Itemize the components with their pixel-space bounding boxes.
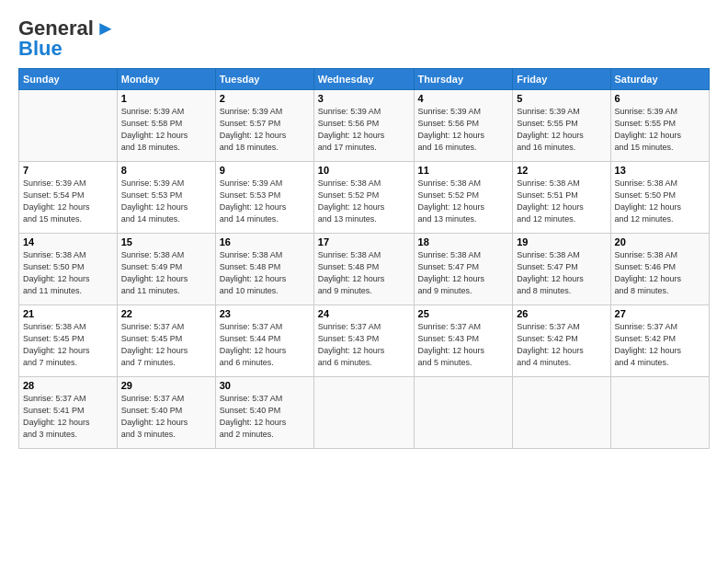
calendar-cell: 15Sunrise: 5:38 AM Sunset: 5:49 PM Dayli… — [117, 234, 215, 305]
day-info: Sunrise: 5:37 AM Sunset: 5:43 PM Dayligh… — [318, 321, 410, 369]
calendar-cell: 16Sunrise: 5:38 AM Sunset: 5:48 PM Dayli… — [215, 234, 313, 305]
day-info: Sunrise: 5:37 AM Sunset: 5:42 PM Dayligh… — [615, 321, 705, 369]
calendar-table: SundayMondayTuesdayWednesdayThursdayFrid… — [18, 68, 710, 449]
calendar-cell: 3Sunrise: 5:39 AM Sunset: 5:56 PM Daylig… — [313, 90, 414, 162]
day-number: 13 — [615, 165, 705, 176]
day-number: 3 — [318, 93, 410, 104]
col-header-thursday: Thursday — [414, 69, 513, 90]
day-info: Sunrise: 5:39 AM Sunset: 5:57 PM Dayligh… — [220, 106, 310, 154]
calendar-cell: 8Sunrise: 5:39 AM Sunset: 5:53 PM Daylig… — [117, 162, 215, 234]
day-info: Sunrise: 5:39 AM Sunset: 5:54 PM Dayligh… — [23, 178, 113, 225]
col-header-tuesday: Tuesday — [215, 69, 313, 90]
week-row-1: 1Sunrise: 5:39 AM Sunset: 5:58 PM Daylig… — [19, 90, 710, 162]
col-header-sunday: Sunday — [19, 69, 118, 90]
day-number: 11 — [418, 165, 509, 176]
calendar-cell — [513, 377, 610, 449]
day-info: Sunrise: 5:39 AM Sunset: 5:56 PM Dayligh… — [318, 106, 410, 154]
logo-bird-icon: ► — [96, 17, 116, 40]
day-info: Sunrise: 5:37 AM Sunset: 5:40 PM Dayligh… — [220, 393, 310, 441]
week-row-3: 14Sunrise: 5:38 AM Sunset: 5:50 PM Dayli… — [19, 234, 710, 305]
day-info: Sunrise: 5:37 AM Sunset: 5:45 PM Dayligh… — [121, 321, 211, 369]
day-number: 2 — [220, 93, 310, 104]
day-number: 25 — [418, 308, 509, 319]
calendar-cell: 14Sunrise: 5:38 AM Sunset: 5:50 PM Dayli… — [19, 234, 118, 305]
calendar-header-row: SundayMondayTuesdayWednesdayThursdayFrid… — [19, 69, 710, 90]
logo-text-blue: Blue — [18, 37, 63, 61]
calendar-cell: 25Sunrise: 5:37 AM Sunset: 5:43 PM Dayli… — [414, 305, 513, 377]
calendar-cell: 1Sunrise: 5:39 AM Sunset: 5:58 PM Daylig… — [117, 90, 215, 162]
calendar-cell: 21Sunrise: 5:38 AM Sunset: 5:45 PM Dayli… — [19, 305, 118, 377]
day-info: Sunrise: 5:39 AM Sunset: 5:58 PM Dayligh… — [121, 106, 211, 154]
calendar-cell: 7Sunrise: 5:39 AM Sunset: 5:54 PM Daylig… — [19, 162, 118, 234]
day-number: 4 — [418, 93, 509, 104]
col-header-wednesday: Wednesday — [313, 69, 414, 90]
calendar-cell — [414, 377, 513, 449]
logo: General ► Blue — [18, 17, 116, 61]
day-info: Sunrise: 5:38 AM Sunset: 5:52 PM Dayligh… — [418, 178, 509, 225]
calendar-cell: 20Sunrise: 5:38 AM Sunset: 5:46 PM Dayli… — [610, 234, 709, 305]
day-info: Sunrise: 5:38 AM Sunset: 5:46 PM Dayligh… — [615, 249, 705, 297]
day-number: 12 — [517, 165, 606, 176]
day-number: 30 — [220, 380, 310, 391]
calendar-cell: 28Sunrise: 5:37 AM Sunset: 5:41 PM Dayli… — [19, 377, 118, 449]
day-number: 8 — [121, 165, 211, 176]
day-number: 5 — [517, 93, 606, 104]
calendar-cell: 30Sunrise: 5:37 AM Sunset: 5:40 PM Dayli… — [215, 377, 313, 449]
calendar-cell: 5Sunrise: 5:39 AM Sunset: 5:55 PM Daylig… — [513, 90, 610, 162]
calendar-cell: 18Sunrise: 5:38 AM Sunset: 5:47 PM Dayli… — [414, 234, 513, 305]
calendar-cell — [313, 377, 414, 449]
calendar-cell: 29Sunrise: 5:37 AM Sunset: 5:40 PM Dayli… — [117, 377, 215, 449]
day-info: Sunrise: 5:38 AM Sunset: 5:50 PM Dayligh… — [615, 178, 705, 225]
week-row-2: 7Sunrise: 5:39 AM Sunset: 5:54 PM Daylig… — [19, 162, 710, 234]
day-info: Sunrise: 5:38 AM Sunset: 5:45 PM Dayligh… — [23, 321, 113, 369]
day-number: 21 — [23, 308, 113, 319]
day-number: 22 — [121, 308, 211, 319]
calendar-cell: 27Sunrise: 5:37 AM Sunset: 5:42 PM Dayli… — [610, 305, 709, 377]
calendar-cell: 6Sunrise: 5:39 AM Sunset: 5:55 PM Daylig… — [610, 90, 709, 162]
day-number: 6 — [615, 93, 705, 104]
calendar-cell: 17Sunrise: 5:38 AM Sunset: 5:48 PM Dayli… — [313, 234, 414, 305]
calendar-cell: 23Sunrise: 5:37 AM Sunset: 5:44 PM Dayli… — [215, 305, 313, 377]
calendar-cell: 11Sunrise: 5:38 AM Sunset: 5:52 PM Dayli… — [414, 162, 513, 234]
calendar-cell — [610, 377, 709, 449]
day-number: 24 — [318, 308, 410, 319]
day-info: Sunrise: 5:38 AM Sunset: 5:50 PM Dayligh… — [23, 249, 113, 297]
calendar-cell: 26Sunrise: 5:37 AM Sunset: 5:42 PM Dayli… — [513, 305, 610, 377]
day-info: Sunrise: 5:38 AM Sunset: 5:47 PM Dayligh… — [418, 249, 509, 297]
week-row-5: 28Sunrise: 5:37 AM Sunset: 5:41 PM Dayli… — [19, 377, 710, 449]
day-number: 29 — [121, 380, 211, 391]
day-info: Sunrise: 5:39 AM Sunset: 5:53 PM Dayligh… — [121, 178, 211, 225]
page: General ► Blue SundayMondayTuesdayWednes… — [0, 0, 728, 458]
day-info: Sunrise: 5:39 AM Sunset: 5:55 PM Dayligh… — [615, 106, 705, 154]
day-number: 9 — [220, 165, 310, 176]
day-number: 16 — [220, 236, 310, 247]
day-number: 20 — [615, 236, 705, 247]
day-number: 26 — [517, 308, 606, 319]
calendar-cell: 22Sunrise: 5:37 AM Sunset: 5:45 PM Dayli… — [117, 305, 215, 377]
day-info: Sunrise: 5:38 AM Sunset: 5:48 PM Dayligh… — [220, 249, 310, 297]
day-info: Sunrise: 5:37 AM Sunset: 5:42 PM Dayligh… — [517, 321, 606, 369]
day-info: Sunrise: 5:39 AM Sunset: 5:56 PM Dayligh… — [418, 106, 509, 154]
day-info: Sunrise: 5:38 AM Sunset: 5:48 PM Dayligh… — [318, 249, 410, 297]
calendar-cell: 9Sunrise: 5:39 AM Sunset: 5:53 PM Daylig… — [215, 162, 313, 234]
calendar-cell: 19Sunrise: 5:38 AM Sunset: 5:47 PM Dayli… — [513, 234, 610, 305]
day-number: 19 — [517, 236, 606, 247]
calendar-cell: 4Sunrise: 5:39 AM Sunset: 5:56 PM Daylig… — [414, 90, 513, 162]
calendar-cell: 2Sunrise: 5:39 AM Sunset: 5:57 PM Daylig… — [215, 90, 313, 162]
week-row-4: 21Sunrise: 5:38 AM Sunset: 5:45 PM Dayli… — [19, 305, 710, 377]
day-number: 18 — [418, 236, 509, 247]
day-number: 15 — [121, 236, 211, 247]
day-info: Sunrise: 5:39 AM Sunset: 5:55 PM Dayligh… — [517, 106, 606, 154]
day-info: Sunrise: 5:38 AM Sunset: 5:52 PM Dayligh… — [318, 178, 410, 225]
day-info: Sunrise: 5:37 AM Sunset: 5:40 PM Dayligh… — [121, 393, 211, 441]
col-header-monday: Monday — [117, 69, 215, 90]
day-info: Sunrise: 5:38 AM Sunset: 5:51 PM Dayligh… — [517, 178, 606, 225]
calendar-cell: 12Sunrise: 5:38 AM Sunset: 5:51 PM Dayli… — [513, 162, 610, 234]
day-number: 17 — [318, 236, 410, 247]
calendar-cell: 10Sunrise: 5:38 AM Sunset: 5:52 PM Dayli… — [313, 162, 414, 234]
day-info: Sunrise: 5:37 AM Sunset: 5:43 PM Dayligh… — [418, 321, 509, 369]
day-info: Sunrise: 5:37 AM Sunset: 5:44 PM Dayligh… — [220, 321, 310, 369]
day-info: Sunrise: 5:39 AM Sunset: 5:53 PM Dayligh… — [220, 178, 310, 225]
day-number: 1 — [121, 93, 211, 104]
day-info: Sunrise: 5:38 AM Sunset: 5:47 PM Dayligh… — [517, 249, 606, 297]
